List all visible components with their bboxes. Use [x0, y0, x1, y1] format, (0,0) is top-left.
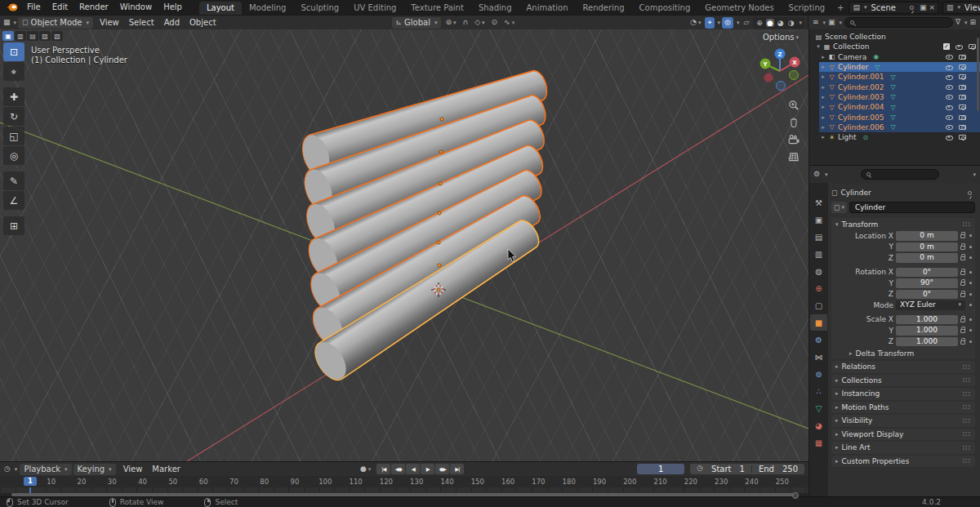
properties-tab[interactable]: ▣	[810, 211, 827, 228]
viewport-menu-item[interactable]: Add	[159, 18, 185, 27]
render-visibility-icon[interactable]	[959, 105, 966, 109]
snap-settings-dropdown[interactable]: ◇ ▾	[472, 17, 487, 29]
pin-icon[interactable]	[968, 191, 972, 195]
animate-dot-icon[interactable]	[969, 329, 972, 331]
gizmo-x-neg[interactable]	[764, 73, 773, 82]
properties-tab[interactable]: ▥	[810, 246, 827, 262]
render-visibility-icon[interactable]	[959, 95, 966, 100]
render-visibility-icon[interactable]	[969, 44, 976, 49]
menu-item[interactable]: Render	[74, 0, 114, 15]
render-visibility-icon[interactable]	[959, 55, 966, 60]
hide-eye-icon[interactable]	[946, 84, 953, 91]
display-mode-icon[interactable]: ▣	[828, 19, 835, 26]
drag-grip-icon[interactable]	[962, 377, 971, 383]
collapsed-panel[interactable]: ▸ Relations	[831, 361, 975, 373]
toggle-perspective-icon[interactable]	[788, 151, 800, 162]
object-name-field[interactable]: Cylinder	[849, 202, 975, 213]
mode-dropdown[interactable]: ◻ Object Mode ▾	[18, 17, 93, 29]
workspace-tab[interactable]: Compositing	[632, 2, 698, 15]
delta-transform-panel[interactable]: ▸ Delta Transform	[831, 347, 975, 359]
viewport-menu-item[interactable]: Object	[185, 18, 221, 27]
value-field[interactable]: 0 m	[896, 231, 958, 241]
3d-viewport[interactable]: ▣▥▤▨▧ User Perspective (1) Collection | …	[0, 29, 808, 461]
transform-panel-header[interactable]: ▾ Transform	[831, 218, 975, 230]
disclosure-icon[interactable]: ▸	[819, 84, 827, 91]
properties-tab[interactable]: ▢	[810, 297, 827, 314]
properties-tab[interactable]: ⚙	[810, 331, 827, 348]
animate-dot-icon[interactable]	[969, 304, 972, 306]
scene-selector[interactable]: ▤ ▾ Scene ▣ ×	[849, 2, 939, 14]
collection-checkbox[interactable]: ✓	[943, 43, 950, 50]
drag-grip-icon[interactable]	[962, 445, 971, 451]
hide-eye-icon[interactable]	[946, 73, 953, 80]
properties-search-input[interactable]	[861, 169, 939, 180]
overlays-toggle[interactable]: ◎	[722, 17, 733, 29]
disclosure-icon[interactable]: ▸	[819, 54, 827, 60]
viewlayer-selector[interactable]: ▥ ▾ ViewLayer ▣ ×	[942, 2, 980, 14]
outliner-object-row[interactable]: ▸ ▽ Cylinder.003 ▽	[819, 92, 980, 102]
animate-dot-icon[interactable]	[969, 293, 972, 296]
menu-item[interactable]: File	[21, 0, 47, 15]
animate-dot-icon[interactable]	[969, 256, 972, 259]
tool-button[interactable]: ⊞	[3, 216, 24, 235]
chevron-down-icon[interactable]: ▾	[973, 171, 976, 178]
playhead-frame-badge[interactable]: 1	[24, 477, 37, 486]
proportional-edit-toggle[interactable]: ⊙	[489, 17, 501, 29]
properties-tab[interactable]: ∴	[810, 383, 827, 399]
value-field[interactable]: 0°	[896, 290, 958, 300]
value-field[interactable]: 0°	[896, 268, 958, 278]
tool-button[interactable]: ⌖	[3, 62, 24, 81]
tool-button[interactable]: ✚	[3, 87, 24, 106]
menu-item[interactable]: Help	[158, 0, 188, 15]
unlock-icon[interactable]	[960, 256, 965, 260]
transport-button[interactable]: ▶	[421, 464, 434, 474]
drag-grip-icon[interactable]	[962, 458, 971, 464]
chevron-down-icon[interactable]: ▾	[799, 20, 802, 26]
outliner-row-scene-collection[interactable]: ▤ Scene Collection	[809, 32, 980, 42]
hide-eye-icon[interactable]	[946, 104, 953, 110]
drag-grip-icon[interactable]	[962, 431, 971, 437]
outliner-row-collection[interactable]: ▾ ▦ Collection ✓	[809, 42, 980, 51]
outliner-object-row[interactable]: ▸ ☀ Light ⊙	[819, 132, 980, 142]
transport-button[interactable]: ◀	[406, 464, 420, 474]
timeline-menu-item[interactable]: Marker	[147, 465, 185, 474]
properties-tab[interactable]: ▤	[810, 229, 827, 245]
properties-tab[interactable]: ⊚	[810, 366, 827, 382]
transform-orientation-dropdown[interactable]: ⊾ Global ▾	[392, 17, 442, 29]
value-field[interactable]: 90°	[896, 278, 958, 288]
hide-eye-icon[interactable]	[946, 94, 953, 100]
timeline-scrollbar[interactable]	[11, 493, 797, 496]
unlock-icon[interactable]	[960, 246, 965, 250]
rotation-mode-dropdown[interactable]: XYZ Euler ▾	[896, 300, 965, 310]
properties-editor-icon[interactable]: ⚙	[813, 171, 820, 178]
transport-button[interactable]: ▶|	[450, 464, 464, 474]
tool-button[interactable]: ◱	[3, 127, 24, 145]
value-field[interactable]: 0 m	[896, 253, 958, 263]
disclosure-icon[interactable]: ▸	[819, 124, 827, 131]
properties-tab[interactable]: ▦	[810, 434, 827, 451]
value-field[interactable]: 0 m	[896, 242, 958, 252]
auto-key-button[interactable]: ● ▾	[358, 464, 373, 475]
start-frame-field[interactable]: ◷ Start 1	[690, 465, 751, 474]
workspace-tab[interactable]: Shading	[471, 2, 519, 15]
zoom-icon[interactable]	[788, 100, 800, 111]
drag-grip-icon[interactable]	[962, 364, 971, 370]
shading-wireframe-button[interactable]: ⊕	[755, 19, 764, 27]
current-frame-field[interactable]: 1	[637, 464, 684, 474]
shading-material-button[interactable]: ◕	[777, 19, 785, 27]
hide-eye-icon[interactable]	[946, 64, 953, 70]
delete-scene-icon[interactable]: ×	[929, 4, 936, 11]
animate-dot-icon[interactable]	[969, 271, 972, 274]
timeline-ruler[interactable]: 1020304050607080901001101201301401501601…	[0, 476, 808, 487]
drag-grip-icon[interactable]	[962, 418, 971, 424]
render-visibility-icon[interactable]	[959, 64, 966, 69]
timeline-menu-item[interactable]: View	[118, 465, 148, 474]
falloff-dropdown[interactable]: ∿ ▾	[501, 17, 517, 29]
tool-button[interactable]: ↻	[3, 107, 24, 126]
navigation-gizmo[interactable]: Z Y X	[756, 46, 804, 93]
outliner-object-row[interactable]: ▸ ▽ Cylinder.005 ▽	[819, 112, 980, 122]
add-workspace-button[interactable]: +	[832, 3, 849, 12]
disclosure-icon[interactable]: ▸	[819, 94, 827, 100]
editor-type-icon[interactable]: ▦	[3, 19, 11, 26]
outliner-editor-icon[interactable]: ≡	[813, 19, 819, 26]
